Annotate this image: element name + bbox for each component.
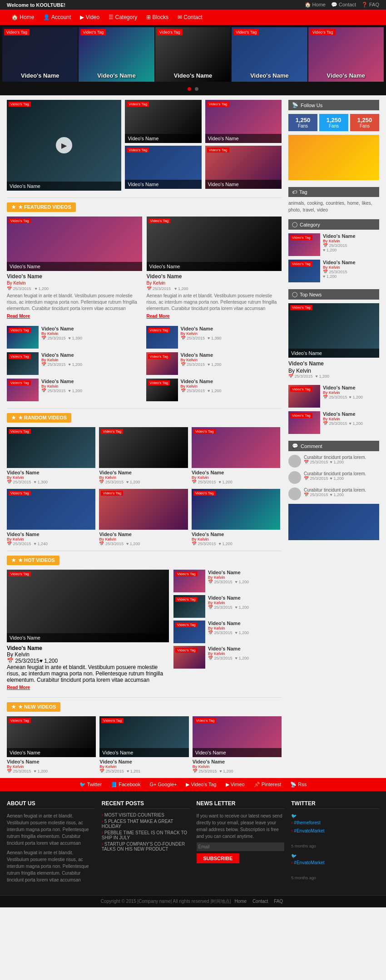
nav-contact[interactable]: ✉ Contact — [173, 10, 207, 25]
small-thumb-1[interactable]: Video's Tag — [7, 326, 39, 349]
top-nav-faq[interactable]: ❓ FAQ — [361, 2, 379, 8]
footer-facebook[interactable]: 📘 Facebook — [111, 782, 140, 788]
tag-photo[interactable]: photo — [288, 207, 301, 212]
feat-small-2[interactable]: Video's Tag Video's Name — [125, 146, 201, 189]
hot-large-by[interactable]: By Kelvin — [7, 651, 169, 658]
top-nav-contact[interactable]: 💬 Contact — [331, 2, 356, 8]
rand-thumb-2[interactable]: Video's Tag — [99, 427, 188, 468]
tag-travel[interactable]: travel — [303, 207, 315, 212]
tag-countries[interactable]: countries — [326, 201, 346, 206]
feat-small-4[interactable]: Video's Tag Video's Name — [205, 146, 282, 189]
feat-card-readmore-2[interactable]: Read More — [147, 314, 170, 319]
hero-item-5[interactable]: Video's Tag Video's Name — [308, 27, 384, 82]
small-by-3[interactable]: By Kelvin — [41, 358, 82, 362]
subscribe-button[interactable]: SUBSCRIBE — [197, 853, 240, 863]
cat-thumb-2[interactable]: Video's Tag — [288, 260, 320, 282]
hero-item-2[interactable]: Video's Tag Video's Name — [79, 27, 154, 82]
dot-1[interactable] — [188, 87, 191, 91]
rand-thumb-3[interactable]: Video's Tag — [192, 427, 280, 468]
top-nav-home[interactable]: 🏠 Home — [305, 2, 326, 8]
new-by-1[interactable]: By Kelvin — [7, 764, 96, 769]
nav-blocks[interactable]: ⊞ Blocks — [142, 10, 173, 25]
hot-small-by-1[interactable]: By Kelvin — [208, 575, 249, 580]
nav-account[interactable]: 👤 Account — [39, 10, 75, 25]
hot-small-by-3[interactable]: By Kelvin — [208, 626, 249, 630]
rand-by-3[interactable]: By Kelvin — [192, 475, 280, 480]
top-news-thumb[interactable]: Video's Tag Video's Name — [288, 303, 379, 358]
footer-videostag[interactable]: ▶ Video's Tag — [186, 782, 216, 788]
small-by-6[interactable]: By Kelvin — [181, 384, 222, 389]
rand-by-5[interactable]: By Kelvin — [99, 537, 188, 542]
footer-rss[interactable]: 📡 Rss — [290, 782, 307, 788]
hot-large-thumb[interactable]: Video's Tag Video's Name — [7, 570, 169, 642]
footer-pinterest[interactable]: 📌 Pinterest — [254, 782, 281, 788]
footer-twitter[interactable]: 🐦 Twitter — [79, 782, 102, 788]
top-news-small-2[interactable]: Video's Tag — [288, 411, 320, 434]
footer-bottom-home[interactable]: Home — [234, 899, 247, 904]
rand-by-2[interactable]: By Kelvin — [99, 475, 188, 480]
small-by-4[interactable]: By Kelvin — [181, 358, 222, 362]
feat-card-by-1[interactable]: By Kelvin — [7, 281, 142, 286]
small-thumb-4[interactable]: Video's Tag — [146, 352, 178, 375]
footer-recent-1[interactable]: MOST VISITED COUNTRIES — [102, 813, 190, 817]
footer-google[interactable]: G+ Google+ — [150, 782, 177, 788]
tag-cooking[interactable]: cooking — [307, 201, 324, 206]
new-by-3[interactable]: By Kelvin — [193, 764, 282, 769]
footer-tweet-handle1a[interactable]: #themeforest — [291, 819, 379, 826]
small-thumb-6[interactable]: Video's Tag — [146, 379, 178, 401]
top-news-small-by-1[interactable]: By Kelvin — [323, 390, 363, 395]
rand-thumb-1[interactable]: Video's Tag — [7, 427, 95, 468]
small-by-5[interactable]: By Kelvin — [41, 384, 82, 389]
nav-video[interactable]: ▶ Video — [75, 10, 104, 25]
hero-item-4[interactable]: Video's Tag Video's Name — [232, 27, 307, 82]
footer-recent-3[interactable]: PEBBLE TIME STEEL IS ON TRACK TO SHIP IN… — [102, 830, 190, 840]
rand-by-1[interactable]: By Kelvin — [7, 475, 95, 480]
footer-bottom-contact[interactable]: Contact — [252, 899, 268, 904]
cat-by-1[interactable]: By Kelvin — [323, 239, 356, 243]
footer-vimeo[interactable]: ▶ Vimeo — [226, 782, 245, 788]
google-btn[interactable]: 1,250 Fans — [350, 114, 379, 131]
rand-by-4[interactable]: By Kelvin — [7, 537, 95, 542]
new-thumb-1[interactable]: Video's Tag Video's Name — [7, 716, 96, 757]
small-by-2[interactable]: By Kelvin — [181, 331, 222, 336]
new-by-2[interactable]: By Kelvin — [99, 764, 188, 769]
footer-tweet-handle1b[interactable]: #EnvatoMarket — [291, 827, 379, 834]
hot-small-thumb-3[interactable]: Video's Tag — [173, 621, 205, 643]
small-thumb-2[interactable]: Video's Tag — [146, 326, 178, 349]
footer-tweet-handle2[interactable]: #EnvatoMarket — [291, 859, 379, 866]
feat-small-1[interactable]: Video's Tag Video's Name — [125, 100, 201, 143]
top-news-by[interactable]: By Kelvin — [288, 368, 379, 374]
tag-animals[interactable]: animals — [288, 201, 305, 206]
small-thumb-5[interactable]: Video's Tag — [7, 379, 39, 401]
footer-recent-2[interactable]: 5 PLACES THAT MAKE A GREAT HOLIDAY — [102, 819, 190, 829]
nav-home[interactable]: 🏠 Home — [7, 10, 39, 25]
tag-likes[interactable]: likes — [362, 201, 372, 206]
tag-home[interactable]: home — [347, 201, 360, 206]
nav-category[interactable]: ☰ Category — [104, 10, 142, 25]
dot-2[interactable] — [195, 87, 198, 91]
hero-item-1[interactable]: Video's Tag Video's Name — [2, 27, 78, 82]
new-thumb-2[interactable]: Video's Tag Video's Name — [99, 716, 188, 757]
cat-thumb-1[interactable]: Video's Tag — [288, 233, 320, 256]
newsletter-input[interactable] — [197, 842, 285, 851]
tag-video[interactable]: video — [317, 207, 328, 212]
facebook-btn[interactable]: 1,250 Fans — [288, 114, 317, 131]
cat-by-2[interactable]: By Kelvin — [323, 265, 356, 270]
footer-recent-4[interactable]: STARTUP COMPANY'S CO-FOUNDER TALKS ON HI… — [102, 842, 190, 852]
hot-small-by-2[interactable]: By Kelvin — [208, 601, 249, 605]
new-thumb-3[interactable]: Video's Tag Video's Name — [193, 716, 282, 757]
play-button[interactable]: ▶ — [56, 137, 72, 153]
footer-bottom-faq[interactable]: FAQ — [274, 899, 283, 904]
featured-thumb-2[interactable]: Video's Tag Video's Name — [147, 217, 282, 271]
rand-thumb-4[interactable]: Video's Tag — [7, 489, 95, 530]
twitter-btn[interactable]: 1,250 Fans — [319, 114, 348, 131]
hot-readmore[interactable]: Read More — [7, 685, 30, 690]
rand-thumb-5[interactable]: Video's Tag — [99, 489, 188, 530]
small-thumb-3[interactable]: Video's Tag — [7, 352, 39, 375]
hero-item-3[interactable]: Video's Tag Video's Name — [155, 27, 231, 82]
hot-small-thumb-1[interactable]: Video's Tag — [173, 570, 205, 592]
hot-small-by-4[interactable]: By Kelvin — [208, 651, 249, 656]
feat-card-readmore-1[interactable]: Read More — [7, 314, 30, 319]
top-news-small-1[interactable]: Video's Tag — [288, 385, 320, 408]
featured-thumb-1[interactable]: Video's Tag Video's Name — [7, 217, 142, 271]
